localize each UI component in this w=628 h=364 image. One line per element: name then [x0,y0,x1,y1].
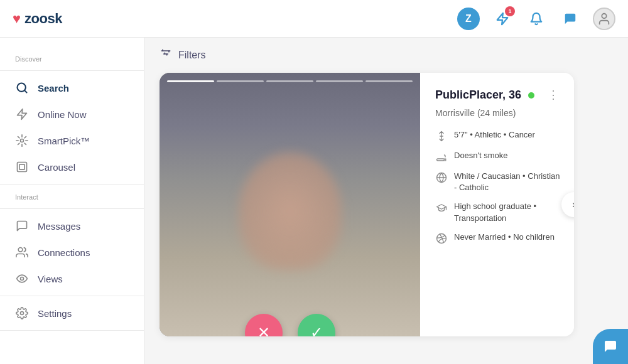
settings-label: Settings [38,308,72,319]
coins-label: Z [465,13,472,24]
user-avatar-button[interactable] [593,8,615,30]
filters-label[interactable]: Filters [178,50,206,61]
svg-point-1 [602,13,606,18]
sidebar-divider-4 [0,296,144,296]
sidebar-item-connections[interactable]: Connections [0,239,144,265]
connections-icon [15,245,29,259]
interact-section-label: Interact [0,188,144,205]
sidebar-divider-3 [0,208,144,209]
dot-4 [316,80,363,82]
dot-5 [365,80,413,82]
bell-button[interactable] [525,8,548,30]
dot-3 [266,80,313,82]
relationship-icon [435,232,448,245]
detail-row-smoking: Doesn't smoke [435,150,561,163]
svg-point-8 [18,248,23,252]
detail-row-ethnicity: White / Caucasian • Christian - Catholic [435,171,561,193]
globe-icon [435,171,448,184]
search-icon [15,81,29,95]
sidebar-item-search[interactable]: Search [0,75,144,101]
sidebar-item-smartpick[interactable]: SmartPick™ [0,127,144,154]
lightning-button[interactable]: 1 [491,8,514,30]
more-options-button[interactable]: ⋮ [545,85,561,104]
notification-badge: 1 [505,6,515,16]
logo[interactable]: ♥ zoosk [13,11,62,27]
profile-card: ✕ ✓ PublicPlacer, 36 ⋮ Morrisville (24 m… [160,73,574,336]
ethnicity-text: White / Caucasian • Christian - Catholic [454,171,561,193]
svg-line-3 [24,90,27,93]
sidebar-divider-2 [0,184,144,185]
education-icon [435,201,448,214]
bell-icon [529,12,543,26]
online-now-label: Online Now [38,109,87,120]
sidebar-divider-1 [0,70,144,71]
coins-button[interactable]: Z [457,8,480,30]
carousel-label: Carousel [38,162,75,173]
sidebar-item-online-now[interactable]: Online Now [0,101,144,127]
dot-2 [217,80,264,82]
main-content: Filters ✕ ✓ [144,38,628,364]
messages-label: Messages [38,221,80,232]
logo-heart-icon: ♥ [13,11,21,27]
sidebar-item-carousel[interactable]: Carousel [0,154,144,180]
smartpick-label: SmartPick™ [38,136,90,146]
svg-rect-7 [19,164,24,169]
settings-icon [15,306,29,320]
connections-label: Connections [38,247,90,258]
discover-section-label: Discover [0,50,144,67]
header-icons: Z 1 [457,8,615,30]
svg-marker-4 [18,109,27,120]
height-icon [435,130,448,142]
filters-icon [160,48,172,63]
top-header: ♥ zoosk Z 1 [0,0,628,38]
face-blur-overlay [238,152,342,270]
relationship-text: Never Married • No children [454,232,555,243]
height-text: 5'7" • Athletic • Cancer [454,129,535,141]
detail-row-relationship: Never Married • No children [435,232,561,245]
dot-1 [167,80,214,82]
sidebar-item-views[interactable]: Views [0,265,144,292]
smoking-icon [435,151,448,163]
svg-point-9 [21,277,24,281]
reject-button[interactable]: ✕ [245,314,283,336]
svg-point-5 [21,139,24,142]
views-icon [15,272,29,286]
education-text: High school graduate • Transportation [454,201,561,223]
main-layout: Discover Search Online Now [0,38,628,364]
messages-icon [15,219,29,233]
sidebar-divider-5 [0,330,144,331]
detail-row-height: 5'7" • Athletic • Cancer [435,129,561,142]
views-label: Views [38,274,63,284]
chat-widget-icon [603,339,618,354]
sidebar: Discover Search Online Now [0,38,144,364]
smartpick-icon [15,134,29,147]
search-label: Search [38,83,69,94]
detail-row-education: High school graduate • Transportation [435,201,561,223]
svg-point-10 [21,312,24,315]
profile-location: Morrisville (24 miles) [435,108,561,118]
profile-info: PublicPlacer, 36 ⋮ Morrisville (24 miles… [420,73,574,336]
profile-photo[interactable]: ✕ ✓ [160,73,420,336]
profile-details: 5'7" • Athletic • Cancer Doesn [435,129,561,245]
smoking-text: Doesn't smoke [454,150,508,161]
sidebar-item-messages[interactable]: Messages [0,213,144,239]
online-now-icon [15,107,29,121]
online-status-dot [528,92,534,99]
svg-rect-6 [18,163,27,172]
photo-progress [160,80,420,82]
profile-header: PublicPlacer, 36 ⋮ [435,85,561,104]
sidebar-item-settings[interactable]: Settings [0,300,144,326]
profile-name: PublicPlacer, 36 [435,88,521,101]
chat-button[interactable] [559,8,582,30]
chat-bubble-icon [563,12,577,26]
user-avatar-icon [597,12,611,26]
action-buttons: ✕ ✓ [160,314,420,336]
filters-bar: Filters [160,48,613,63]
carousel-icon [15,160,29,174]
accept-button[interactable]: ✓ [298,314,335,336]
profile-name-row: PublicPlacer, 36 [435,88,534,102]
chat-widget-button[interactable] [593,329,628,364]
logo-text: zoosk [24,11,62,27]
